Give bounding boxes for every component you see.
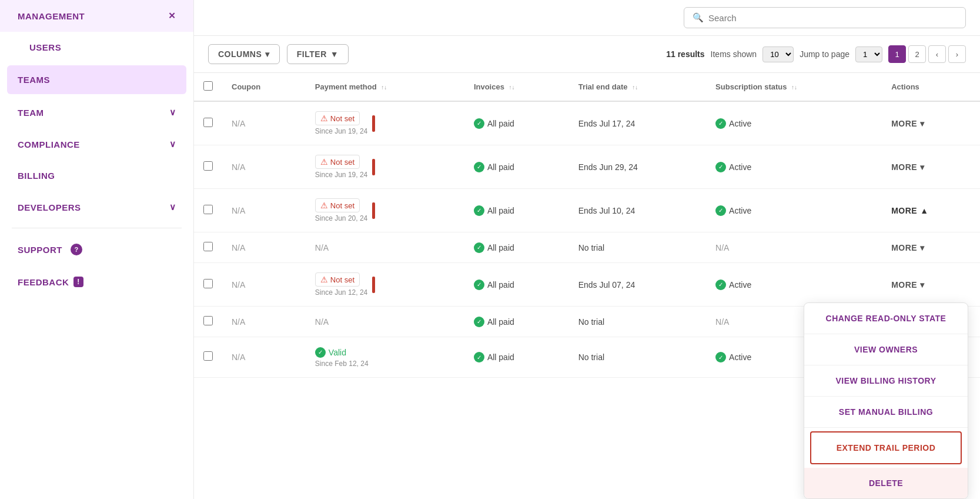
more-button[interactable]: MORE ▾ (891, 119, 925, 128)
more-button[interactable]: MORE ▲ (891, 206, 928, 215)
payment-method-cell: N/A (306, 307, 464, 337)
error-icon: ⚠ (320, 275, 328, 284)
subscription-status-cell: ✓ Active (706, 101, 882, 145)
chevron-down-icon: ∨ (169, 107, 176, 118)
results-info: 11 results Items shown 10 25 50 Jump to … (666, 45, 966, 63)
trial-end-cell: Ends Jul 10, 24 (569, 189, 706, 232)
row-checkbox[interactable] (203, 118, 213, 127)
set-manual-billing-button[interactable]: SET MANUAL BILLING (804, 397, 968, 428)
row-checkbox[interactable] (203, 351, 213, 361)
select-all-checkbox[interactable] (203, 81, 213, 91)
row-checkbox[interactable] (203, 161, 213, 171)
change-readonly-button[interactable]: CHANGE READ-ONLY STATE (804, 303, 968, 334)
not-set-badge: ⚠ Not set (315, 198, 360, 212)
items-shown-select[interactable]: 10 25 50 (762, 46, 794, 62)
header-checkbox-col (194, 73, 222, 101)
row-checkbox[interactable] (203, 279, 213, 288)
not-set-badge: ⚠ Not set (315, 111, 360, 125)
view-owners-button[interactable]: VIEW OWNERS (804, 334, 968, 365)
active-icon: ✓ (715, 352, 726, 362)
actions-cell: MORE ▾ (882, 232, 980, 263)
support-label: SUPPORT (18, 245, 62, 255)
support-icon: ? (71, 244, 82, 255)
extend-trail-button[interactable]: EXTEND TRAIL PERIOD (810, 431, 962, 464)
trial-end-cell: Ends Jul 17, 24 (569, 101, 706, 145)
payment-since: Since Jun 12, 24 (315, 288, 367, 297)
header-trial-end: Trial end date ↑↓ (569, 73, 706, 101)
sidebar-item-teams[interactable]: TEAMS (7, 65, 186, 94)
coupon-cell: N/A (222, 145, 306, 189)
payment-method-cell: ⚠ Not set Since Jun 20, 24 (306, 189, 464, 232)
paid-icon: ✓ (474, 280, 484, 290)
subscription-status-cell: ✓ Active (706, 145, 882, 189)
page-2-button[interactable]: 2 (908, 45, 926, 63)
active-icon: ✓ (715, 162, 726, 172)
chevron-down-icon: ∨ (169, 202, 176, 212)
sidebar-item-billing[interactable]: BILLING (0, 160, 193, 191)
more-button[interactable]: MORE ▾ (891, 162, 925, 172)
error-icon: ⚠ (320, 157, 328, 167)
prev-page-button[interactable]: ‹ (928, 45, 946, 63)
chevron-down-icon: ▾ (920, 243, 925, 252)
paid-icon: ✓ (474, 162, 484, 172)
payment-since: Since Jun 19, 24 (315, 171, 367, 179)
chevron-down-icon: ▾ (920, 162, 925, 172)
valid-badge: ✓ Valid (315, 347, 346, 358)
items-shown-label: Items shown (711, 49, 757, 59)
invoices-cell: ✓ All paid (464, 263, 569, 307)
red-bar (372, 202, 375, 219)
sidebar-item-team[interactable]: TEAM ∨ (0, 97, 193, 128)
table-row: N/A ⚠ Not set Since Jun 20, 24 ✓ All pai… (194, 189, 980, 232)
row-checkbox[interactable] (203, 205, 213, 214)
red-bar (372, 277, 375, 293)
jump-to-page-select[interactable]: 1 2 (855, 46, 882, 62)
columns-button[interactable]: COLUMNS ▾ (208, 44, 280, 64)
sort-icon[interactable]: ↑↓ (509, 84, 515, 91)
more-button[interactable]: MORE ▾ (891, 243, 925, 252)
trial-end-cell: Ends Jul 07, 24 (569, 263, 706, 307)
sidebar-item-users[interactable]: USERS (0, 32, 193, 63)
trial-end-cell: No trial (569, 337, 706, 378)
actions-dropdown-menu: CHANGE READ-ONLY STATE VIEW OWNERS VIEW … (804, 302, 968, 499)
error-icon: ⚠ (320, 201, 328, 210)
view-billing-button[interactable]: VIEW BILLING HISTORY (804, 365, 968, 397)
billing-label: BILLING (18, 171, 55, 181)
trial-end-cell: Ends Jun 29, 24 (569, 145, 706, 189)
chevron-down-icon: ▾ (920, 280, 925, 290)
search-input[interactable] (708, 13, 957, 23)
chevron-down-icon: ▾ (920, 119, 925, 128)
sidebar: MANAGEMENT ✕ USERS TEAMS TEAM ∨ COMPLIAN… (0, 0, 194, 499)
more-button[interactable]: MORE ▾ (891, 280, 925, 290)
chevron-up-icon: ✕ (168, 11, 176, 21)
sidebar-item-management[interactable]: MANAGEMENT ✕ (0, 0, 193, 32)
sort-icon[interactable]: ↑↓ (381, 84, 387, 91)
sidebar-item-compliance[interactable]: COMPLIANCE ∨ (0, 128, 193, 160)
table-row: N/A ⚠ Not set Since Jun 19, 24 ✓ All pai… (194, 101, 980, 145)
sidebar-item-support[interactable]: SUPPORT ? (0, 233, 193, 266)
filter-button[interactable]: FILTER ▼ (287, 44, 349, 64)
paid-icon: ✓ (474, 317, 484, 327)
delete-button[interactable]: DELETE (804, 468, 968, 498)
feedback-label: FEEDBACK (18, 277, 69, 287)
coupon-cell: N/A (222, 189, 306, 232)
coupon-cell: N/A (222, 337, 306, 378)
sort-icon[interactable]: ↑↓ (632, 84, 638, 91)
row-checkbox[interactable] (203, 316, 213, 325)
page-1-button[interactable]: 1 (888, 45, 906, 63)
invoices-cell: ✓ All paid (464, 232, 569, 263)
trial-end-cell: No trial (569, 307, 706, 337)
sidebar-divider (12, 228, 182, 228)
chevron-down-icon: ▾ (265, 49, 270, 59)
sort-icon[interactable]: ↑↓ (791, 84, 797, 91)
payment-method-cell: N/A (306, 232, 464, 263)
next-page-button[interactable]: › (948, 45, 966, 63)
jump-to-page-label: Jump to page (800, 49, 849, 59)
row-checkbox[interactable] (203, 242, 213, 251)
invoices-cell: ✓ All paid (464, 101, 569, 145)
table-row: N/AN/A✓ All paidNo trialN/AMORE ▾ (194, 232, 980, 263)
sidebar-item-feedback[interactable]: FEEDBACK ! (0, 266, 193, 298)
sidebar-item-developers[interactable]: DEVELOPERS ∨ (0, 191, 193, 223)
compliance-label: COMPLIANCE (18, 139, 80, 149)
subscription-status-cell: N/A (706, 232, 882, 263)
not-set-badge: ⚠ Not set (315, 155, 360, 169)
